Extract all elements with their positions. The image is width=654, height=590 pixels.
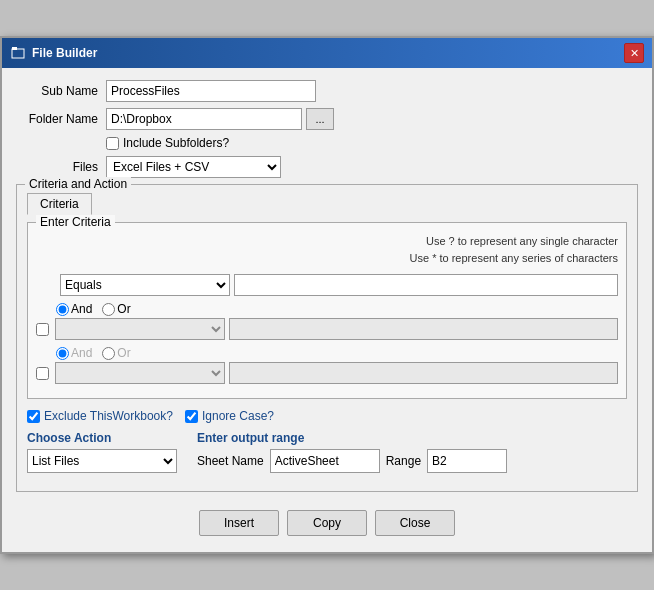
or-radio-label-1: Or bbox=[102, 302, 130, 316]
title-bar: File Builder ✕ bbox=[2, 38, 652, 68]
output-range-label: Enter output range bbox=[197, 431, 507, 445]
criteria-row-2 bbox=[36, 318, 618, 340]
criteria-row-3 bbox=[36, 362, 618, 384]
foldername-input[interactable] bbox=[106, 108, 302, 130]
app-icon bbox=[10, 45, 26, 61]
criteria-checkbox-2[interactable] bbox=[36, 323, 49, 336]
action-output-section: Choose Action List Files Copy Files Move… bbox=[27, 431, 627, 473]
criteria-group-legend: Enter Criteria bbox=[36, 215, 115, 229]
enter-criteria-group: Enter Criteria Use ? to represent any si… bbox=[27, 222, 627, 399]
file-builder-dialog: File Builder ✕ Sub Name Folder Name ... … bbox=[0, 36, 654, 554]
or-radio-2[interactable] bbox=[102, 347, 115, 360]
range-label: Range bbox=[386, 454, 421, 468]
tab-criteria[interactable]: Criteria bbox=[27, 193, 92, 215]
criteria-checkbox-3[interactable] bbox=[36, 367, 49, 380]
exclude-checkbox[interactable] bbox=[27, 410, 40, 423]
and-radio-label-1: And bbox=[56, 302, 92, 316]
browse-button[interactable]: ... bbox=[306, 108, 334, 130]
output-row: Sheet Name Range bbox=[197, 449, 507, 473]
subname-row: Sub Name bbox=[16, 80, 638, 102]
criteria-value-3[interactable] bbox=[229, 362, 618, 384]
subfolders-label: Include Subfolders? bbox=[123, 136, 229, 150]
subfolders-row: Include Subfolders? bbox=[106, 136, 638, 150]
close-button[interactable]: Close bbox=[375, 510, 455, 536]
dialog-body: Sub Name Folder Name ... Include Subfold… bbox=[2, 68, 652, 552]
exclude-ignore-row: Exclude ThisWorkbook? Ignore Case? bbox=[27, 409, 627, 423]
ignore-case-checkbox[interactable] bbox=[185, 410, 198, 423]
choose-action-label: Choose Action bbox=[27, 431, 177, 445]
and-radio-label-2: And bbox=[56, 346, 92, 360]
criteria-hints: Use ? to represent any single character … bbox=[36, 233, 618, 266]
criteria-action-legend: Criteria and Action bbox=[25, 177, 131, 191]
title-bar-left: File Builder bbox=[10, 45, 97, 61]
sheet-name-label: Sheet Name bbox=[197, 454, 264, 468]
hint1: Use ? to represent any single character bbox=[36, 233, 618, 250]
close-title-button[interactable]: ✕ bbox=[624, 43, 644, 63]
ignore-case-label: Ignore Case? bbox=[185, 409, 274, 423]
choose-action-col: Choose Action List Files Copy Files Move… bbox=[27, 431, 177, 473]
radio-group-2: And Or bbox=[56, 346, 618, 360]
subfolders-checkbox[interactable] bbox=[106, 137, 119, 150]
foldername-label: Folder Name bbox=[16, 112, 106, 126]
subname-input[interactable] bbox=[106, 80, 316, 102]
copy-button[interactable]: Copy bbox=[287, 510, 367, 536]
or-radio-label-2: Or bbox=[102, 346, 130, 360]
insert-button[interactable]: Insert bbox=[199, 510, 279, 536]
and-radio-1[interactable] bbox=[56, 303, 69, 316]
exclude-label: Exclude ThisWorkbook? bbox=[27, 409, 173, 423]
or-radio-1[interactable] bbox=[102, 303, 115, 316]
and-radio-2[interactable] bbox=[56, 347, 69, 360]
criteria-row-1: Equals Contains Starts With Ends With bbox=[36, 274, 618, 296]
files-select[interactable]: Excel Files + CSV Excel Files CSV Files … bbox=[106, 156, 281, 178]
criteria-value-2[interactable] bbox=[229, 318, 618, 340]
dialog-title: File Builder bbox=[32, 46, 97, 60]
output-range-col: Enter output range Sheet Name Range bbox=[197, 431, 507, 473]
svg-rect-0 bbox=[12, 49, 24, 58]
svg-rect-1 bbox=[12, 47, 17, 50]
radio-group-1: And Or bbox=[56, 302, 618, 316]
hint2: Use * to represent any series of charact… bbox=[36, 250, 618, 267]
files-row: Files Excel Files + CSV Excel Files CSV … bbox=[16, 156, 638, 178]
criteria-action-section: Criteria and Action Criteria Enter Crite… bbox=[16, 184, 638, 492]
foldername-row: Folder Name ... bbox=[16, 108, 638, 130]
tabs-row: Criteria bbox=[27, 193, 627, 214]
files-label: Files bbox=[16, 160, 106, 174]
criteria-value-1[interactable] bbox=[234, 274, 618, 296]
criteria-select-1[interactable]: Equals Contains Starts With Ends With bbox=[60, 274, 230, 296]
criteria-select-2[interactable] bbox=[55, 318, 225, 340]
criteria-select-3[interactable] bbox=[55, 362, 225, 384]
action-select[interactable]: List Files Copy Files Move Files Delete … bbox=[27, 449, 177, 473]
sheet-name-input[interactable] bbox=[270, 449, 380, 473]
range-input[interactable] bbox=[427, 449, 507, 473]
subname-label: Sub Name bbox=[16, 84, 106, 98]
buttons-row: Insert Copy Close bbox=[16, 502, 638, 540]
